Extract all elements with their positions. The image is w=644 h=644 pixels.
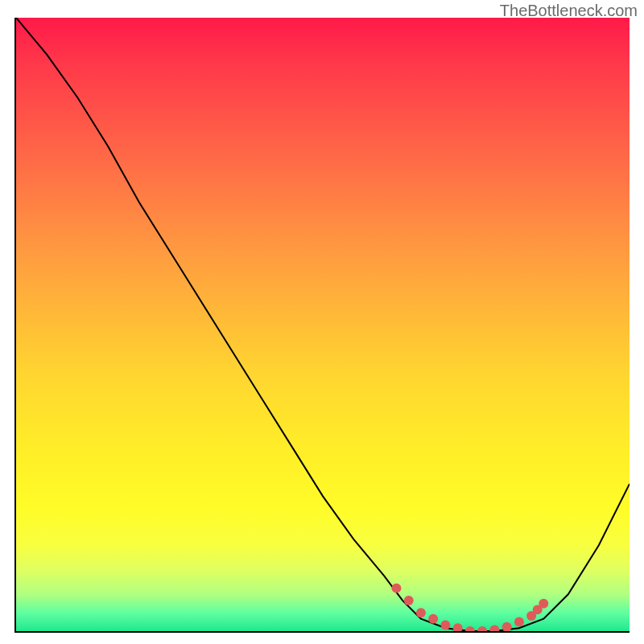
- optimal-marker-dot: [440, 620, 450, 630]
- optimal-marker-dot: [489, 625, 499, 631]
- curve-svg-layer: [16, 18, 630, 631]
- optimal-marker-dot: [404, 596, 414, 605]
- optimal-range-markers: [391, 584, 548, 631]
- optimal-marker-dot: [539, 599, 548, 609]
- optimal-marker-dot: [453, 623, 463, 631]
- chart-plot-area: [14, 18, 630, 633]
- optimal-marker-dot: [416, 608, 426, 617]
- bottleneck-curve-line: [16, 18, 630, 631]
- optimal-marker-dot: [391, 584, 401, 593]
- optimal-marker-dot: [514, 617, 524, 627]
- optimal-marker-dot: [502, 622, 512, 631]
- optimal-marker-dot: [465, 626, 475, 631]
- watermark-text: TheBottleneck.com: [500, 2, 638, 20]
- optimal-marker-dot: [477, 626, 487, 631]
- optimal-marker-dot: [428, 614, 438, 624]
